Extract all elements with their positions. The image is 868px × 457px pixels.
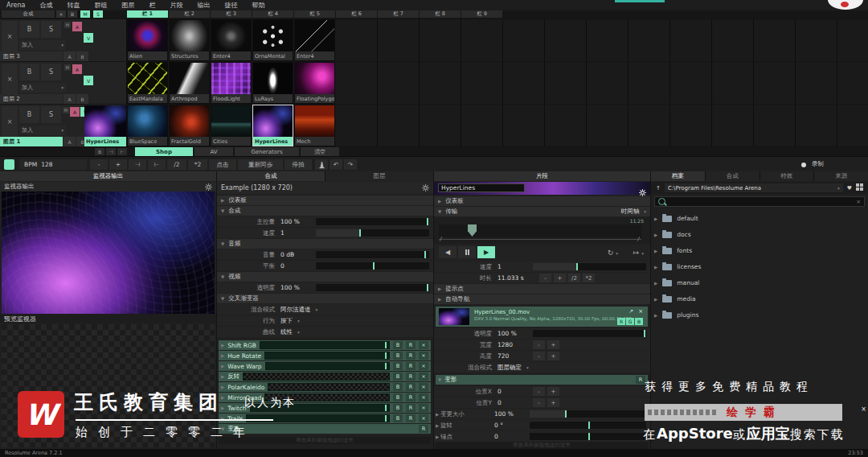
tab-sources[interactable]: 来源: [814, 171, 868, 181]
height-increase-button[interactable]: +: [547, 352, 559, 360]
clip-cell[interactable]: OrnaMental: [252, 19, 293, 61]
clip-name-input[interactable]: [438, 183, 525, 192]
effect-bypass-button[interactable]: B: [393, 373, 403, 381]
undo-icon[interactable]: ↶: [330, 159, 342, 170]
effect-reset-button[interactable]: R: [406, 414, 416, 422]
search-bar[interactable]: ×: [654, 196, 865, 207]
tab-monitor-output[interactable]: 监视器输出: [0, 171, 216, 181]
bpm-half-button[interactable]: /2: [167, 159, 186, 170]
clip-cell[interactable]: Mech: [294, 105, 335, 146]
bpm-double-button[interactable]: *2: [188, 159, 207, 170]
search-clear-icon[interactable]: ×: [856, 199, 861, 205]
folder-row-media[interactable]: ▶media: [654, 294, 815, 304]
master-slider[interactable]: [316, 218, 429, 225]
composition-x-button[interactable]: ×: [56, 10, 66, 18]
scale-slider[interactable]: [530, 410, 646, 418]
effect-bypass-button[interactable]: B: [393, 393, 403, 401]
close-icon[interactable]: ×: [638, 308, 643, 315]
clip-cell[interactable]: Enter4: [211, 19, 252, 61]
layer-solo-button[interactable]: S: [41, 21, 61, 38]
effect-bypass-button[interactable]: B: [393, 383, 403, 391]
deck-tab-empty[interactable]: 清空: [301, 147, 339, 156]
menu-shortcuts[interactable]: 捷径: [224, 1, 237, 10]
menu-deck[interactable]: 转盘: [67, 1, 80, 10]
layer-x-button[interactable]: ×: [2, 64, 18, 94]
menu-arena[interactable]: Arena: [6, 2, 25, 9]
pause-button[interactable]: [458, 246, 476, 258]
layer-join-dropdown[interactable]: 加入▾: [19, 40, 66, 50]
deck-prev-icon[interactable]: ⊣: [106, 148, 116, 155]
effect-remove-button[interactable]: ×: [419, 352, 428, 360]
speed-slider[interactable]: [316, 229, 429, 237]
effect-bypass-button[interactable]: B: [393, 404, 403, 412]
effect-reset-button[interactable]: R: [406, 383, 416, 391]
clip-file-strip[interactable]: HyperLines_00.mov DXV 3.0 Normal Quality…: [436, 307, 648, 327]
menu-help[interactable]: 帮助: [252, 1, 264, 10]
composition-active-indicator[interactable]: [4, 159, 14, 170]
effect-remove-button[interactable]: ×: [419, 383, 428, 391]
effect-remove-button[interactable]: ×: [419, 362, 428, 370]
layer-x-button[interactable]: ×: [2, 106, 18, 137]
tab-effects[interactable]: 特效: [760, 171, 814, 181]
layer-solo-button[interactable]: S: [41, 106, 61, 123]
effect-row-wave-warp[interactable]: ▶ Wave Warp B R ×: [219, 361, 431, 371]
column-header-3[interactable]: 栏 3: [211, 10, 252, 18]
play-button[interactable]: ▶: [477, 246, 495, 258]
section-transform[interactable]: ▼ 变形 R: [436, 375, 648, 385]
section-composition[interactable]: ▼合成: [217, 206, 433, 216]
composition-bypass-button[interactable]: B: [68, 10, 77, 18]
param-value[interactable]: 1280: [497, 341, 533, 348]
layer-bypass-button[interactable]: B: [19, 21, 39, 38]
deck-tab-shop[interactable]: Shop: [135, 147, 193, 156]
opacity-slider[interactable]: [316, 284, 429, 291]
folder-row-plugins[interactable]: ▶plugins: [654, 310, 815, 320]
expand-icon[interactable]: ↗: [628, 308, 633, 315]
deck-b-button[interactable]: B: [95, 148, 104, 155]
redo-icon[interactable]: ↷: [344, 159, 357, 170]
empty-clip-cells[interactable]: [336, 105, 868, 146]
menu-composition[interactable]: 合成: [39, 1, 52, 10]
clip-blend-dropdown[interactable]: 图层确定▾: [497, 364, 529, 372]
bpm-display[interactable]: BPM 128: [19, 159, 87, 170]
bpm-increase-button[interactable]: +: [109, 159, 127, 170]
play-direction-icon[interactable]: ↦ ▾: [633, 249, 644, 257]
effect-opacity-slider[interactable]: [268, 383, 390, 391]
composition-cell[interactable]: 合成: [2, 10, 55, 18]
layer-name[interactable]: 图层 1: [0, 137, 63, 146]
column-header-7[interactable]: 栏 7: [378, 10, 419, 18]
beat-nudge-right-button[interactable]: ⊢: [148, 159, 166, 170]
clip-speed-slider[interactable]: [533, 263, 646, 270]
param-value[interactable]: 0 dB: [280, 251, 316, 258]
effect-remove-button[interactable]: ×: [419, 373, 428, 381]
behaviour-dropdown[interactable]: 按下▾: [280, 317, 300, 325]
curve-dropdown[interactable]: 线性▾: [280, 328, 300, 336]
duration-increase-button[interactable]: +: [554, 274, 566, 282]
effect-remove-button[interactable]: ×: [419, 414, 428, 422]
section-crossfader[interactable]: ▼交叉渐变器: [217, 294, 433, 303]
folder-row-manual[interactable]: ▶manual: [654, 278, 815, 288]
tab-layer[interactable]: 图层: [326, 171, 433, 181]
effect-row-shift-rgb[interactable]: ▶ Shift RGB B R ×: [219, 340, 431, 350]
v-toggle[interactable]: V: [84, 33, 93, 43]
composition-s-toggle[interactable]: S: [93, 10, 103, 18]
bpm-resync-button[interactable]: 重新同步: [238, 159, 283, 170]
column-header-4[interactable]: 栏 4: [252, 10, 293, 18]
crossfader-b-cell[interactable]: B: [76, 51, 88, 61]
effect-reset-button[interactable]: R: [406, 404, 416, 412]
empty-clip-cells[interactable]: [336, 19, 868, 61]
posx-increase-button[interactable]: +: [547, 387, 559, 396]
effect-reset-button[interactable]: R: [406, 393, 416, 401]
crossfader-a-cell[interactable]: A: [63, 51, 76, 61]
param-value[interactable]: 0: [494, 433, 530, 440]
section-dashboard[interactable]: ▶仪表板: [217, 196, 433, 205]
clip-cell-selected[interactable]: HyperLines: [252, 105, 293, 146]
crossfader-a-cell[interactable]: A: [63, 94, 76, 104]
effect-opacity-slider[interactable]: [265, 362, 390, 370]
column-header-9[interactable]: 栏 9: [461, 10, 502, 18]
param-value[interactable]: 1: [497, 263, 533, 270]
effect-row-hue-rotate[interactable]: ▶ Hue Rotate B R ×: [219, 351, 431, 360]
effect-opacity-slider[interactable]: [243, 373, 390, 381]
effect-reset-button[interactable]: R: [406, 352, 416, 360]
duration-double-button[interactable]: *2: [583, 274, 595, 282]
layer-join-dropdown[interactable]: 加入▾: [19, 126, 66, 135]
